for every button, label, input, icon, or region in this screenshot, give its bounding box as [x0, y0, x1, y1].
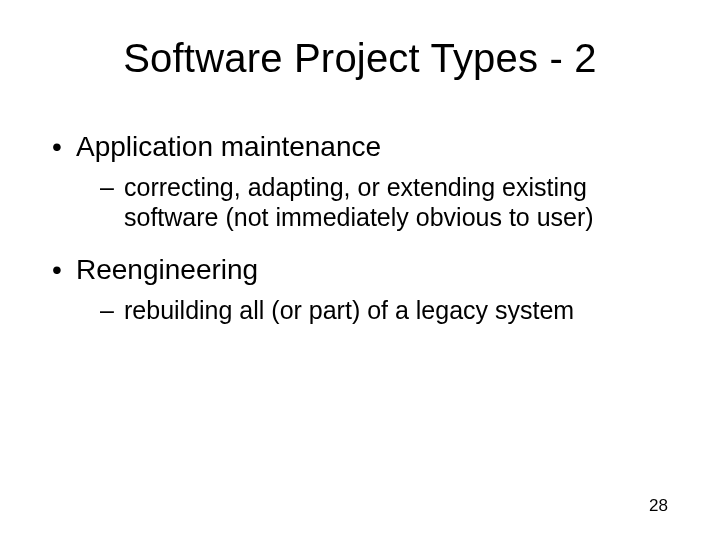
sub-bullet-list: correcting, adapting, or extending exist…: [76, 172, 672, 232]
slide: Software Project Types - 2 Application m…: [0, 0, 720, 540]
sub-bullet-list: rebuilding all (or part) of a legacy sys…: [76, 295, 672, 325]
bullet-list: Application maintenance correcting, adap…: [48, 129, 672, 325]
sub-bullet-item: correcting, adapting, or extending exist…: [76, 172, 672, 232]
page-number: 28: [649, 496, 668, 516]
sub-bullet-item: rebuilding all (or part) of a legacy sys…: [76, 295, 672, 325]
slide-title: Software Project Types - 2: [48, 36, 672, 81]
bullet-item: Application maintenance correcting, adap…: [48, 129, 672, 232]
bullet-label: Application maintenance: [76, 131, 381, 162]
sub-bullet-label: rebuilding all (or part) of a legacy sys…: [124, 296, 574, 324]
bullet-item: Reengineering rebuilding all (or part) o…: [48, 252, 672, 325]
sub-bullet-label: correcting, adapting, or extending exist…: [124, 173, 594, 231]
bullet-label: Reengineering: [76, 254, 258, 285]
